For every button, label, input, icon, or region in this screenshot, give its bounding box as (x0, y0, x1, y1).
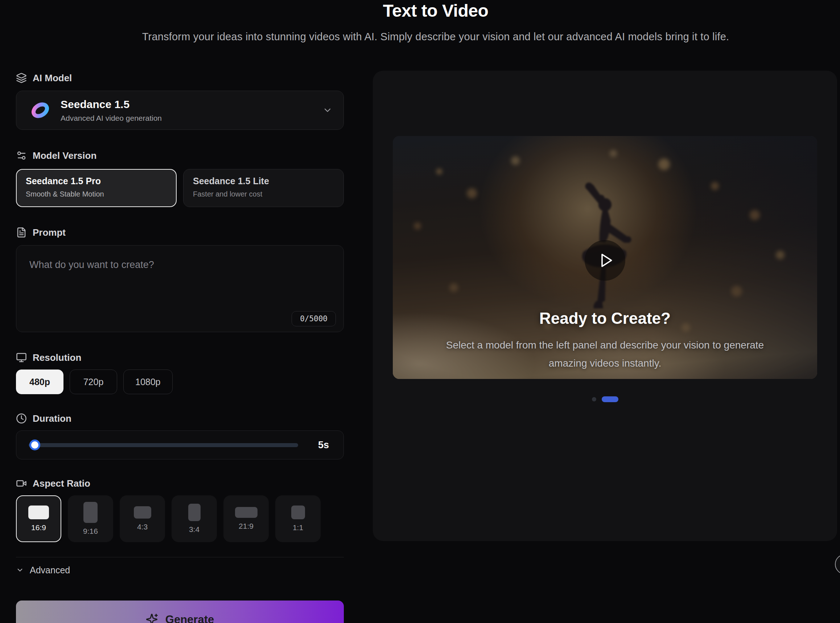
advanced-toggle[interactable]: Advanced (16, 565, 344, 575)
aspect-option-16-9[interactable]: 16:9 (16, 496, 61, 542)
sliders-icon (16, 150, 27, 161)
sparkles-icon (146, 613, 159, 623)
layers-icon (16, 72, 27, 83)
ai-model-heading: AI Model (16, 72, 344, 84)
aspect-ratio-options: 16:9 9:16 4:3 3:4 21:9 1:1 (16, 496, 344, 542)
version-option-lite[interactable]: Seedance 1.5 Lite Faster and lower cost (183, 169, 344, 207)
preview-carousel (373, 396, 837, 402)
chevron-down-icon (16, 566, 24, 574)
clock-icon (16, 413, 27, 424)
model-version-options: Seedance 1.5 Pro Smooth & Stable Motion … (16, 169, 344, 207)
carousel-dot-1[interactable] (592, 397, 596, 401)
resolution-480p-button[interactable]: 480p (16, 370, 63, 394)
preview-description: Select a model from the left panel and d… (436, 336, 774, 373)
selected-model-description: Advanced AI video generation (61, 114, 322, 123)
play-icon (598, 252, 614, 269)
aspect-option-3-4[interactable]: 3:4 (172, 496, 217, 542)
prompt-heading: Prompt (16, 226, 344, 239)
resolution-options: 480p 720p 1080p (16, 370, 344, 394)
preview-message: Ready to Create? Select a model from the… (393, 309, 817, 373)
page-header: Text to Video Transform your ideas into … (0, 0, 840, 43)
duration-slider-card: 5s (16, 430, 344, 459)
video-camera-icon (16, 478, 27, 489)
preview-heading: Ready to Create? (436, 309, 774, 327)
prompt-field-wrap: 0/5000 (16, 245, 344, 334)
preview-panel: Ready to Create? Select a model from the… (373, 71, 837, 541)
ratio-3-4-shape (188, 504, 201, 521)
seedance-logo (31, 100, 50, 120)
aspect-option-1-1[interactable]: 1:1 (275, 496, 321, 542)
aspect-option-4-3[interactable]: 4:3 (120, 496, 165, 542)
page-title: Text to Video (31, 1, 840, 21)
char-counter: 0/5000 (292, 311, 336, 326)
aspect-option-9-16[interactable]: 9:16 (68, 496, 113, 542)
duration-value: 5s (318, 439, 329, 451)
resolution-heading: Resolution (16, 351, 344, 364)
ratio-16-9-shape (28, 505, 49, 519)
version-option-pro[interactable]: Seedance 1.5 Pro Smooth & Stable Motion (16, 169, 177, 207)
ratio-9-16-shape (83, 502, 98, 523)
model-version-heading: Model Version (16, 149, 344, 162)
model-selector-dropdown[interactable]: Seedance 1.5 Advanced AI video generatio… (16, 91, 344, 130)
video-preview: Ready to Create? Select a model from the… (393, 136, 817, 379)
duration-slider-thumb[interactable] (29, 439, 40, 450)
duration-slider-track[interactable] (29, 443, 298, 447)
ratio-21-9-shape (235, 507, 258, 518)
monitor-icon (16, 352, 27, 363)
settings-panel: AI Model Seedance 1.5 Advanced AI video … (16, 72, 344, 623)
file-text-icon (16, 227, 27, 238)
chevron-down-icon (322, 105, 333, 115)
resolution-1080p-button[interactable]: 1080p (123, 370, 173, 394)
duration-heading: Duration (16, 412, 344, 425)
ratio-4-3-shape (134, 506, 151, 519)
selected-model-name: Seedance 1.5 (61, 98, 322, 110)
play-button[interactable] (585, 240, 625, 281)
carousel-dot-2-active[interactable] (602, 396, 618, 402)
resolution-720p-button[interactable]: 720p (70, 370, 117, 394)
floating-action-button-partial[interactable] (835, 554, 840, 574)
section-divider (16, 557, 344, 557)
generate-button[interactable]: Generate (16, 600, 344, 623)
ratio-1-1-shape (291, 505, 305, 519)
page-subtitle: Transform your ideas into stunning video… (31, 31, 840, 43)
aspect-ratio-heading: Aspect Ratio (16, 477, 344, 490)
aspect-option-21-9[interactable]: 21:9 (223, 496, 269, 542)
